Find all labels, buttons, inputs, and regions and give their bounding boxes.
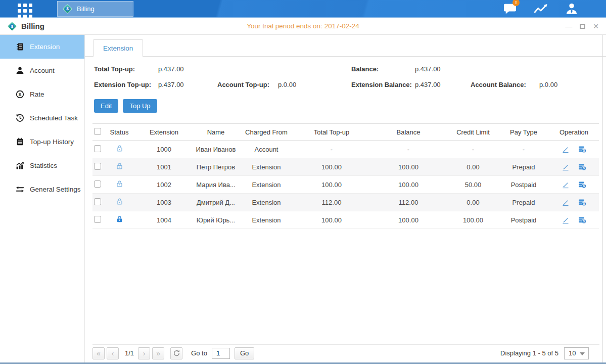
action-buttons: Edit Top Up [94, 99, 157, 113]
goto-page-input[interactable] [212, 348, 230, 359]
top-up-icon[interactable]: $ [578, 180, 586, 189]
total-topup-cell: 100.00 [294, 216, 369, 224]
table-row[interactable]: 1000 Иван Иванов Account - - - - $ [92, 141, 599, 158]
account-balance-value: p.0.00 [539, 81, 557, 97]
extension-cell: 1004 [135, 216, 193, 224]
table-header-row: Status Extension Name Charged From Total… [92, 123, 599, 141]
go-button[interactable]: Go [235, 347, 254, 359]
billing-app-window: $ Billing ! [0, 0, 606, 364]
extension-topup-value: p.437.00 [158, 81, 217, 97]
sidebar-item-label: Top-up History [30, 138, 74, 146]
close-icon[interactable]: ✕ [593, 23, 599, 30]
top-up-icon[interactable]: $ [578, 198, 586, 206]
edit-icon[interactable] [562, 216, 570, 224]
credit-limit-cell: 0.00 [448, 163, 498, 171]
lock-status-icon[interactable] [116, 162, 123, 170]
sidebar-item-topup-history[interactable]: Top-up History [0, 130, 84, 154]
row-checkbox[interactable] [94, 145, 101, 152]
col-status[interactable]: Status [104, 128, 135, 136]
page-size-select[interactable]: 10 [564, 347, 589, 359]
top-up-icon[interactable]: $ [578, 163, 586, 171]
billing-diamond-icon: $ [62, 4, 73, 14]
resource-monitor-icon[interactable] [533, 3, 549, 15]
sidebar-item-label: Scheduled Task [30, 114, 78, 122]
sidebar-item-extension[interactable]: Extension [0, 35, 84, 59]
first-page-button[interactable]: « [92, 347, 105, 359]
panel-right-border [602, 35, 603, 362]
col-credit-limit[interactable]: Credit Limit [448, 128, 498, 136]
taskbar-item-label: Billing [77, 5, 95, 13]
tab-strip: Extension [85, 35, 606, 57]
sidebar-item-rate[interactable]: $ Rate [0, 82, 84, 106]
sidebar-item-label: Statistics [30, 162, 57, 169]
transfer-arrows-icon [16, 185, 24, 194]
top-up-icon[interactable]: $ [578, 145, 586, 153]
sidebar-item-statistics[interactable]: Statistics [0, 154, 84, 177]
lock-status-icon[interactable] [116, 198, 123, 205]
edit-icon[interactable] [562, 198, 570, 206]
select-all-checkbox[interactable] [94, 128, 101, 135]
minimize-icon[interactable]: — [565, 23, 572, 30]
table-row[interactable]: 1001 Петр Петров Extension 100.00 100.00… [92, 158, 599, 176]
tab-extension[interactable]: Extension [93, 39, 143, 57]
topbar-tray: ! [502, 0, 606, 17]
last-page-button[interactable]: » [152, 347, 164, 359]
messages-icon[interactable]: ! [502, 3, 518, 15]
table-row[interactable]: 1003 Дмитрий Д... Extension 112.00 112.0… [92, 194, 599, 211]
edit-icon[interactable] [562, 145, 570, 153]
account-balance-label: Account Balance: [471, 81, 539, 97]
col-charged-from[interactable]: Charged From [239, 128, 294, 136]
name-cell: Юрий Юрь... [193, 216, 239, 224]
next-page-button[interactable]: › [138, 347, 150, 359]
charged-from-cell: Extension [239, 199, 294, 206]
row-checkbox[interactable] [94, 198, 101, 205]
extension-cell: 1000 [135, 146, 193, 153]
edit-icon[interactable] [562, 180, 570, 189]
notepad-icon [16, 138, 24, 146]
user-account-icon[interactable] [564, 3, 580, 15]
table-row[interactable]: 1004 Юрий Юрь... Extension 100.00 100.00… [92, 211, 599, 229]
window-title: Billing [21, 22, 44, 30]
edit-button[interactable]: Edit [94, 99, 118, 113]
balance-summary: Total Top-up: p.437.00 Extension Top-up:… [85, 57, 606, 97]
sidebar-item-scheduled-task[interactable]: Scheduled Task [0, 106, 84, 130]
col-total-topup[interactable]: Total Top-up [294, 128, 369, 136]
col-name[interactable]: Name [193, 128, 239, 136]
pay-type-cell: Prepaid [498, 163, 549, 171]
lock-status-icon[interactable] [116, 215, 123, 223]
col-balance[interactable]: Balance [369, 128, 448, 136]
ledger-icon [16, 42, 24, 51]
total-topup-cell: - [294, 146, 369, 153]
row-checkbox[interactable] [94, 216, 101, 223]
table-row[interactable]: 1002 Мария Ива... Extension 100.00 100.0… [92, 176, 599, 194]
sidebar-item-general-settings[interactable]: General Settings [0, 177, 84, 201]
sidebar: Extension Account $ Rate [0, 35, 85, 362]
edit-icon[interactable] [562, 163, 570, 171]
credit-limit-cell: 100.00 [448, 216, 498, 224]
credit-limit-cell: - [448, 146, 498, 153]
extension-table: Status Extension Name Charged From Total… [92, 123, 599, 229]
balance-cell: - [369, 146, 448, 153]
balance-cell: 112.00 [369, 199, 448, 206]
app-launcher-icon[interactable] [18, 4, 32, 18]
sidebar-item-account[interactable]: Account [0, 59, 84, 82]
previous-page-button[interactable]: ‹ [107, 347, 119, 359]
account-topup-label: Account Top-up: [217, 81, 278, 97]
col-pay-type[interactable]: Pay Type [498, 128, 549, 136]
row-checkbox[interactable] [94, 180, 101, 188]
top-up-button[interactable]: Top Up [123, 99, 157, 113]
name-cell: Мария Ива... [193, 181, 239, 189]
top-up-icon[interactable]: $ [578, 216, 586, 224]
desktop-topbar: $ Billing ! [0, 0, 606, 18]
lock-status-icon[interactable] [116, 145, 123, 152]
row-checkbox[interactable] [94, 163, 101, 170]
col-extension[interactable]: Extension [135, 128, 193, 136]
refresh-button[interactable] [170, 347, 182, 359]
lock-status-icon[interactable] [116, 180, 123, 188]
name-cell: Иван Иванов [193, 146, 239, 153]
dollar-circle-icon: $ [16, 90, 24, 99]
taskbar-item-billing[interactable]: $ Billing [57, 1, 133, 17]
maximize-icon[interactable] [580, 24, 585, 29]
charged-from-cell: Extension [239, 181, 294, 189]
pay-type-cell: - [498, 146, 549, 153]
